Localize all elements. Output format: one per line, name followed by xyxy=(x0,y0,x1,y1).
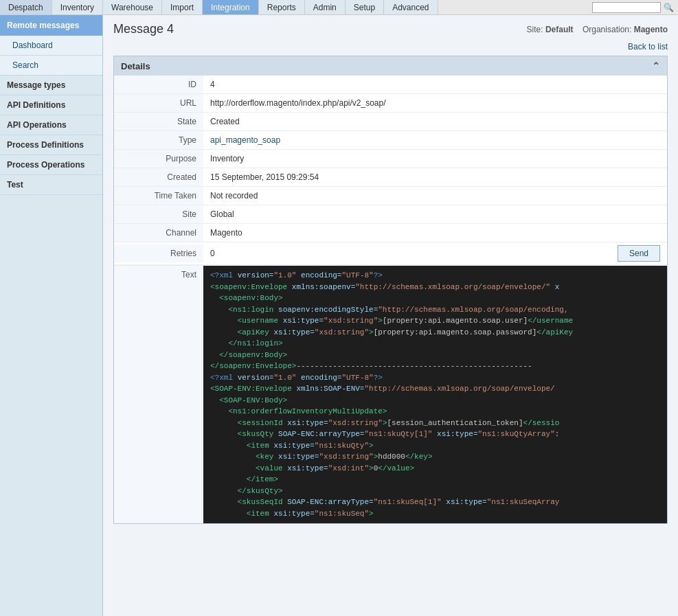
nav-inventory[interactable]: Inventory xyxy=(52,0,103,14)
main-content: Message 4 Site: Default Organisation: Ma… xyxy=(103,15,678,616)
top-navigation: Despatch Inventory Warehouse Import Inte… xyxy=(0,0,678,15)
details-row-retries: Retries 0 Send xyxy=(114,242,667,265)
sidebar-header[interactable]: Remote messages xyxy=(0,15,102,36)
sidebar-item-search[interactable]: Search xyxy=(0,56,102,76)
sidebar-item-dashboard[interactable]: Dashboard xyxy=(0,36,102,56)
page-header: Message 4 Site: Default Organisation: Ma… xyxy=(113,22,668,36)
label-url: URL xyxy=(114,94,203,112)
sidebar-item-process-operations[interactable]: Process Operations xyxy=(0,155,102,175)
back-to-list-link[interactable]: Back to list xyxy=(628,42,668,52)
details-row-type: Type api_magento_soap xyxy=(114,131,667,150)
sidebar-item-message-types[interactable]: Message types xyxy=(0,76,102,95)
nav-import[interactable]: Import xyxy=(162,0,203,14)
site-value: Default xyxy=(545,25,574,34)
label-created: Created xyxy=(114,168,203,186)
nav-advanced[interactable]: Advanced xyxy=(384,0,438,14)
details-row-text: Text <?xml version="1.0" encoding="UTF-8… xyxy=(114,265,667,523)
nav-reports[interactable]: Reports xyxy=(259,0,305,14)
details-row-time-taken: Time Taken Not recorded xyxy=(114,187,667,205)
value-created: 15 September, 2015 09:29:54 xyxy=(203,168,667,186)
value-channel: Magento xyxy=(203,224,667,242)
search-icon[interactable]: 🔍 xyxy=(664,3,674,12)
details-row-channel: Channel Magento xyxy=(114,224,667,242)
sidebar-item-api-definitions[interactable]: API Definitions xyxy=(0,95,102,115)
label-retries: Retries xyxy=(114,244,203,262)
label-purpose: Purpose xyxy=(114,150,203,168)
label-id: ID xyxy=(114,76,203,93)
label-site: Site xyxy=(114,205,203,223)
value-site: Global xyxy=(203,205,667,223)
details-row-site: Site Global xyxy=(114,205,667,224)
value-purpose: Inventory xyxy=(203,150,667,168)
nav-integration[interactable]: Integration xyxy=(203,0,259,14)
collapse-icon[interactable]: ⌃ xyxy=(652,60,660,71)
label-channel: Channel xyxy=(114,224,203,242)
send-button[interactable]: Send xyxy=(618,245,660,262)
text-content-value: <?xml version="1.0" encoding="UTF-8"?> <… xyxy=(203,266,667,523)
nav-warehouse[interactable]: Warehouse xyxy=(103,0,162,14)
sidebar-item-process-definitions[interactable]: Process Definitions xyxy=(0,135,102,155)
details-row-state: State Created xyxy=(114,113,667,131)
value-url: http://orderflow.magento/index.php/api/v… xyxy=(203,94,667,112)
sidebar-item-api-operations[interactable]: API Operations xyxy=(0,115,102,135)
value-time-taken: Not recorded xyxy=(203,187,667,205)
details-row-created: Created 15 September, 2015 09:29:54 xyxy=(114,168,667,187)
label-type: Type xyxy=(114,131,203,149)
details-title: Details xyxy=(121,61,150,71)
label-state: State xyxy=(114,113,203,130)
sidebar: Remote messages Dashboard Search Message… xyxy=(0,15,103,616)
page-title: Message 4 xyxy=(113,22,174,36)
main-layout: Remote messages Dashboard Search Message… xyxy=(0,15,678,616)
nav-admin[interactable]: Admin xyxy=(305,0,346,14)
value-retries: 0 xyxy=(203,244,618,262)
site-info: Site: Default Organisation: Magento xyxy=(527,25,668,34)
nav-setup[interactable]: Setup xyxy=(346,0,384,14)
nav-despatch[interactable]: Despatch xyxy=(0,0,52,14)
value-type[interactable]: api_magento_soap xyxy=(203,131,667,149)
top-search: 🔍 xyxy=(588,0,678,14)
search-input[interactable] xyxy=(592,2,661,13)
details-row-url: URL http://orderflow.magento/index.php/a… xyxy=(114,94,667,113)
details-row-id: ID 4 xyxy=(114,76,667,94)
site-label: Site: xyxy=(527,25,543,34)
details-panel: Details ⌃ ID 4 URL http://orderflow.mage… xyxy=(113,56,668,524)
value-state: Created xyxy=(203,113,667,130)
details-row-purpose: Purpose Inventory xyxy=(114,150,667,168)
value-id: 4 xyxy=(203,76,667,93)
org-value: Magento xyxy=(634,25,668,34)
org-label: Organisation: xyxy=(583,25,631,34)
details-header: Details ⌃ xyxy=(114,56,667,76)
label-text: Text xyxy=(114,266,203,523)
sidebar-item-test[interactable]: Test xyxy=(0,175,102,195)
label-time-taken: Time Taken xyxy=(114,187,203,205)
